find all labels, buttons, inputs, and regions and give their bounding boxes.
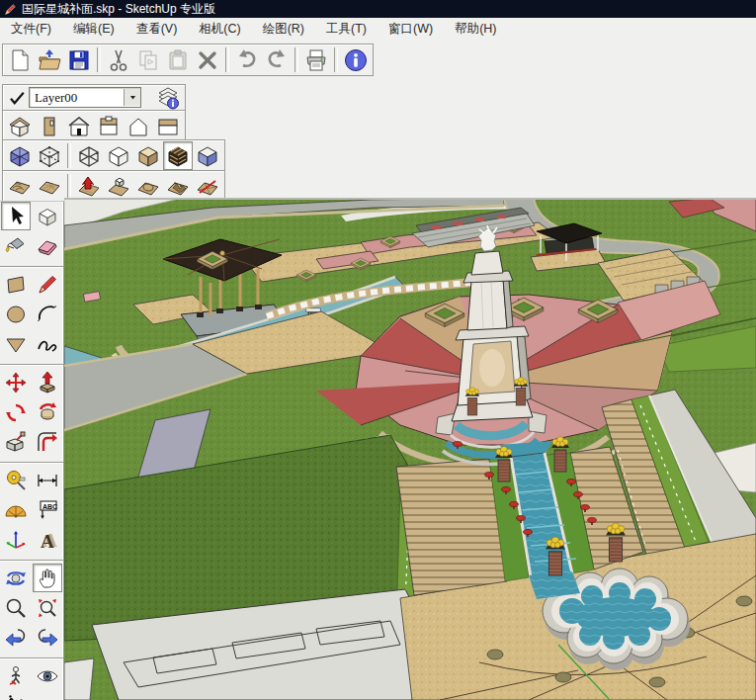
viewport[interactable] [64, 198, 756, 700]
cut-button[interactable] [104, 45, 133, 74]
polygon-icon [4, 332, 28, 356]
zoom-previous-button[interactable] [1, 623, 31, 652]
menu-camera[interactable]: 相机(C) [188, 19, 251, 40]
view-front-button[interactable] [64, 112, 94, 140]
layer-visible-button[interactable] [5, 83, 29, 112]
menu-view[interactable]: 查看(V) [126, 19, 189, 40]
menu-edit[interactable]: 编辑(E) [62, 19, 126, 40]
text-button[interactable] [33, 495, 62, 524]
position-camera-button[interactable] [1, 661, 31, 690]
from-contours-button[interactable] [5, 172, 35, 201]
drape-button[interactable] [133, 172, 163, 201]
pushpull-button[interactable] [33, 368, 62, 396]
check-icon [8, 89, 26, 107]
section-icon [36, 694, 59, 700]
add-detail-button[interactable] [163, 172, 193, 201]
layer-dropdown-button[interactable] [124, 89, 140, 106]
pan-button[interactable] [33, 564, 62, 592]
model-info-button[interactable] [341, 45, 371, 74]
pan-icon [36, 567, 59, 590]
axes-button[interactable] [1, 525, 31, 554]
zoom-button[interactable] [1, 593, 31, 622]
view-back-button[interactable] [124, 112, 153, 140]
paint-icon [4, 234, 28, 258]
new-button[interactable] [5, 45, 35, 74]
text3d-button[interactable] [33, 525, 62, 554]
save-button[interactable] [64, 45, 94, 74]
back-edges-button[interactable] [35, 141, 64, 170]
toolbar-separator [225, 47, 229, 72]
menu-file[interactable]: 文件(F) [0, 19, 62, 40]
stamp-button[interactable] [104, 172, 133, 201]
viewport-3d-scene [64, 198, 756, 700]
menu-window[interactable]: 窗口(W) [378, 19, 444, 40]
layer-manager-button[interactable] [153, 83, 183, 112]
menu-help[interactable]: 帮助(H) [444, 19, 507, 40]
line-button[interactable] [33, 270, 62, 299]
view-right-icon [156, 115, 180, 138]
zoom-window-button[interactable] [33, 593, 62, 622]
followme-button[interactable] [33, 397, 62, 426]
back-edges-icon [38, 144, 61, 168]
look-around-button[interactable] [33, 661, 62, 690]
select-button[interactable] [1, 202, 31, 230]
view-iso-button[interactable] [5, 112, 35, 140]
zoom-window-icon [36, 596, 59, 620]
scale-button[interactable] [1, 427, 31, 456]
monochrome-button[interactable] [193, 141, 222, 170]
shaded-button[interactable] [133, 141, 163, 170]
print-button[interactable] [301, 45, 331, 74]
component-button[interactable] [33, 202, 62, 230]
dimension-button[interactable] [33, 466, 62, 494]
zoom-next-icon [36, 626, 59, 650]
palette-divider [0, 654, 63, 658]
monochrome-icon [196, 144, 219, 168]
paste-button[interactable] [163, 45, 193, 74]
layer-select-value: Layer00 [30, 90, 124, 106]
flip-edge-button[interactable] [193, 172, 222, 201]
open-button[interactable] [35, 45, 64, 74]
hiddenline-button[interactable] [104, 141, 133, 170]
component-icon [36, 205, 59, 228]
new-icon [8, 48, 32, 72]
orbit-button[interactable] [1, 564, 31, 592]
menu-tools[interactable]: 工具(T) [315, 19, 378, 40]
toolbar-separator [67, 143, 71, 168]
move-button[interactable] [1, 368, 31, 396]
section-button[interactable] [33, 691, 62, 700]
layer-select[interactable]: Layer00 [29, 87, 141, 108]
palette-divider [0, 262, 63, 267]
title-bar: 国际星城补面.skp - SketchUp 专业版 [0, 0, 756, 18]
smoove-button[interactable] [74, 172, 104, 201]
xray-button[interactable] [5, 141, 35, 170]
rectangle-button[interactable] [1, 270, 31, 299]
walk-button[interactable] [1, 691, 31, 700]
wireframe-button[interactable] [74, 141, 104, 170]
arc-button[interactable] [33, 300, 62, 328]
toolbar-dock: Layer00 [0, 40, 756, 198]
tape-button[interactable] [1, 466, 31, 494]
view-top-button[interactable] [94, 112, 124, 140]
view-right-button[interactable] [153, 112, 183, 140]
view-side-button[interactable] [35, 112, 64, 140]
rotate-button[interactable] [1, 397, 31, 426]
freehand-button[interactable] [33, 329, 62, 358]
redo-icon [265, 48, 289, 72]
zoom-next-button[interactable] [33, 623, 62, 652]
menu-draw[interactable]: 绘图(R) [252, 19, 315, 40]
undo-button[interactable] [232, 45, 262, 74]
redo-button[interactable] [262, 45, 292, 74]
protractor-icon [4, 498, 28, 522]
copy-button[interactable] [133, 45, 163, 74]
textured-button[interactable] [163, 141, 193, 170]
palette-divider [0, 360, 63, 365]
circle-button[interactable] [1, 300, 31, 328]
zoom-previous-icon [4, 626, 28, 650]
offset-button[interactable] [33, 427, 62, 456]
polygon-button[interactable] [1, 329, 31, 358]
erase-button[interactable] [193, 45, 222, 74]
from-scratch-button[interactable] [35, 172, 64, 201]
eraser-button[interactable] [33, 231, 62, 260]
protractor-button[interactable] [1, 495, 31, 524]
paint-button[interactable] [1, 231, 31, 260]
